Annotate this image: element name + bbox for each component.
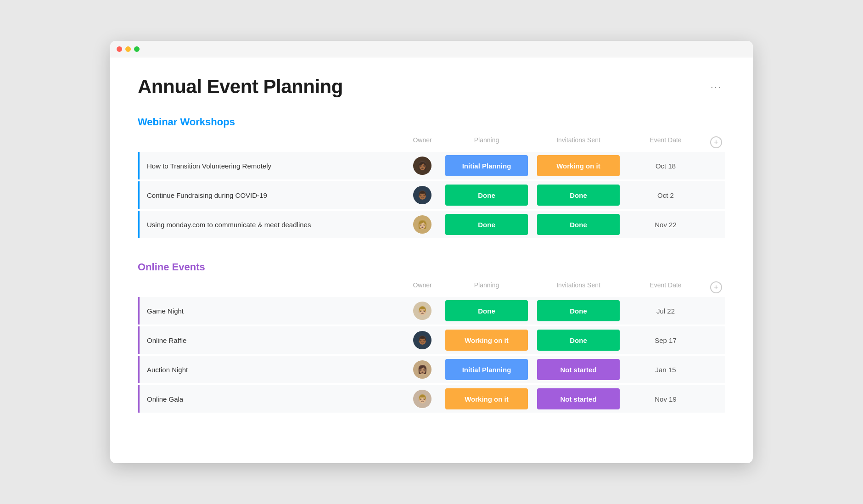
planning-cell: Done xyxy=(441,183,532,207)
status-badge[interactable]: Not started xyxy=(537,388,620,409)
invitations-cell: Working on it xyxy=(532,153,624,178)
status-badge[interactable]: Done xyxy=(537,300,620,321)
status-badge[interactable]: Done xyxy=(445,300,528,321)
invitations-cell: Done xyxy=(532,298,624,323)
maximize-dot[interactable] xyxy=(134,46,140,52)
row-owner: 👩🏾 xyxy=(404,157,441,175)
page-title: Annual Event Planning xyxy=(138,76,343,98)
online-header-invitations: Invitations Sent xyxy=(532,281,624,293)
date-cell: Oct 18 xyxy=(624,162,707,170)
row-name: Continue Fundraising during COVID-19 xyxy=(140,191,404,199)
table-row: Online Raffle 👨🏾 Working on it Done Sep … xyxy=(138,326,725,354)
row-name: Game Night xyxy=(140,307,404,315)
table-row: Game Night 👨🏼 Done Done Jul 22 xyxy=(138,297,725,325)
table-row: Online Gala 👨🏼 Working on it Not started… xyxy=(138,385,725,413)
avatar: 👨🏾 xyxy=(413,186,432,204)
minimize-dot[interactable] xyxy=(125,46,131,52)
row-name: Using monday.com to communicate & meet d… xyxy=(140,221,404,229)
online-table: Owner Planning Invitations Sent Event Da… xyxy=(138,281,725,413)
row-owner: 👨🏼 xyxy=(404,302,441,320)
table-row: Continue Fundraising during COVID-19 👨🏾 … xyxy=(138,181,725,209)
date-cell: Jan 15 xyxy=(624,366,707,374)
invitations-cell: Not started xyxy=(532,357,624,382)
planning-cell: Done xyxy=(441,298,532,323)
avatar: 👨🏼 xyxy=(413,302,432,320)
avatar: 👩🏾 xyxy=(413,157,432,175)
planning-cell: Initial Planning xyxy=(441,357,532,382)
online-table-header: Owner Planning Invitations Sent Event Da… xyxy=(138,281,725,297)
date-cell: Nov 19 xyxy=(624,395,707,403)
row-name: Online Gala xyxy=(140,395,404,403)
online-header-owner: Owner xyxy=(404,281,441,293)
invitations-cell: Done xyxy=(532,183,624,207)
date-cell: Oct 2 xyxy=(624,191,707,199)
webinar-table-header: Owner Planning Invitations Sent Event Da… xyxy=(138,136,725,152)
more-options-button[interactable]: ··· xyxy=(707,79,725,95)
webinar-section: Webinar Workshops Owner Planning Invitat… xyxy=(138,116,725,238)
online-header-name xyxy=(141,281,404,293)
planning-cell: Initial Planning xyxy=(441,153,532,178)
avatar: 👨🏾 xyxy=(413,331,432,349)
webinar-table: Owner Planning Invitations Sent Event Da… xyxy=(138,136,725,238)
online-header-eventdate: Event Date xyxy=(624,281,707,293)
online-add-column-button[interactable]: + xyxy=(710,281,722,293)
webinar-add-column-button[interactable]: + xyxy=(710,136,722,148)
webinar-header-owner: Owner xyxy=(404,136,441,148)
online-section-title: Online Events xyxy=(138,261,725,273)
status-badge[interactable]: Working on it xyxy=(445,330,528,351)
app-window: Annual Event Planning ··· Webinar Worksh… xyxy=(110,41,753,463)
webinar-header-eventdate: Event Date xyxy=(624,136,707,148)
title-bar xyxy=(110,41,753,57)
invitations-cell: Not started xyxy=(532,386,624,411)
date-cell: Nov 22 xyxy=(624,221,707,229)
row-name: How to Transition Volunteering Remotely xyxy=(140,162,404,170)
row-owner: 👨🏼 xyxy=(404,390,441,408)
planning-cell: Working on it xyxy=(441,328,532,353)
date-cell: Sep 17 xyxy=(624,336,707,344)
status-badge[interactable]: Done xyxy=(445,185,528,206)
avatar: 👩🏽 xyxy=(413,360,432,379)
main-content: Annual Event Planning ··· Webinar Worksh… xyxy=(110,57,753,463)
row-name: Auction Night xyxy=(140,366,404,374)
row-owner: 👨🏾 xyxy=(404,331,441,349)
status-badge[interactable]: Working on it xyxy=(445,388,528,409)
table-row: Auction Night 👩🏽 Initial Planning Not st… xyxy=(138,356,725,383)
table-row: How to Transition Volunteering Remotely … xyxy=(138,152,725,179)
status-badge[interactable]: Done xyxy=(537,185,620,206)
status-badge[interactable]: Initial Planning xyxy=(445,155,528,176)
row-owner: 👩🏽 xyxy=(404,360,441,379)
status-badge[interactable]: Done xyxy=(537,330,620,351)
table-row: Using monday.com to communicate & meet d… xyxy=(138,211,725,238)
status-badge[interactable]: Not started xyxy=(537,359,620,380)
webinar-header-invitations: Invitations Sent xyxy=(532,136,624,148)
planning-cell: Working on it xyxy=(441,386,532,411)
invitations-cell: Done xyxy=(532,328,624,353)
online-section: Online Events Owner Planning Invitations… xyxy=(138,261,725,413)
status-badge[interactable]: Initial Planning xyxy=(445,359,528,380)
row-owner: 👨🏾 xyxy=(404,186,441,204)
avatar: 👩🏼 xyxy=(413,215,432,234)
avatar: 👨🏼 xyxy=(413,390,432,408)
date-cell: Jul 22 xyxy=(624,307,707,315)
status-badge[interactable]: Done xyxy=(445,214,528,235)
close-dot[interactable] xyxy=(117,46,122,52)
webinar-header-name xyxy=(141,136,404,148)
webinar-header-planning: Planning xyxy=(441,136,532,148)
row-name: Online Raffle xyxy=(140,336,404,344)
webinar-section-title: Webinar Workshops xyxy=(138,116,725,128)
planning-cell: Done xyxy=(441,212,532,237)
online-header-planning: Planning xyxy=(441,281,532,293)
page-header: Annual Event Planning ··· xyxy=(138,76,725,98)
status-badge[interactable]: Working on it xyxy=(537,155,620,176)
status-badge[interactable]: Done xyxy=(537,214,620,235)
row-owner: 👩🏼 xyxy=(404,215,441,234)
invitations-cell: Done xyxy=(532,212,624,237)
